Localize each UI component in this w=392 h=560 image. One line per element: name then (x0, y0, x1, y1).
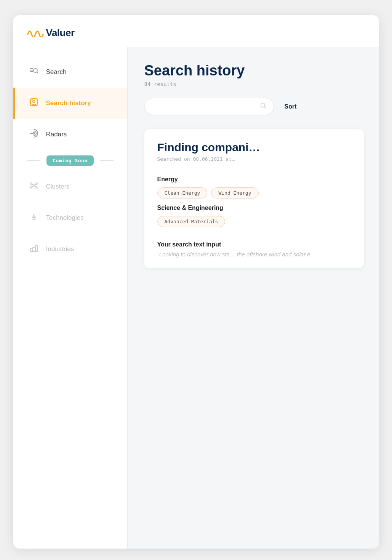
svg-line-17 (35, 184, 36, 185)
search-text-input-section: Your search text input "Looking to disco… (157, 241, 351, 258)
coming-soon-line-left (27, 160, 41, 161)
sidebar-item-radars-label: Radars (46, 131, 67, 138)
header: Valuer (13, 15, 379, 47)
svg-line-16 (32, 184, 33, 185)
card-main-title[interactable]: Finding compani… (157, 141, 351, 154)
search-history-nav-icon (29, 98, 39, 109)
logo-text: Valuer (46, 27, 75, 39)
svg-line-18 (32, 186, 33, 187)
card-divider-2 (157, 234, 351, 234)
category-science-engineering-label: Science & Engineering (157, 205, 351, 211)
science-tags-row: Advanced Materials (157, 216, 351, 227)
svg-rect-27 (35, 246, 37, 251)
tag-advanced-materials: Advanced Materials (157, 216, 226, 227)
sidebar-item-search-history[interactable]: Search history (13, 88, 127, 119)
results-count: 84 results (144, 81, 364, 87)
tag-wind-energy: Wind Energy (211, 187, 258, 198)
sidebar-item-industries: Industries (13, 234, 127, 265)
search-text-input-value: "Looking to discover how sta… the offsho… (157, 251, 351, 258)
coming-soon-badge: Coming Soon (46, 155, 94, 166)
svg-line-4 (37, 72, 38, 73)
search-text-input-section-title: Your search text input (157, 241, 351, 248)
category-energy-label: Energy (157, 176, 351, 183)
card-divider-1 (157, 169, 351, 169)
logo-wave-icon (27, 26, 44, 40)
app-container: Valuer Search (13, 15, 379, 549)
svg-rect-25 (30, 249, 32, 251)
sidebar-item-clusters-label: Clusters (46, 183, 70, 190)
search-box-icon (260, 102, 267, 111)
search-sort-row: Sort (144, 98, 364, 115)
svg-point-29 (261, 103, 265, 107)
radars-nav-icon (29, 129, 39, 140)
sidebar: Search Search history (13, 47, 128, 549)
coming-soon-row: Coming Soon (13, 150, 127, 171)
sidebar-item-technologies-label: Technologies (46, 214, 84, 222)
sidebar-item-search[interactable]: Search (13, 56, 127, 88)
technologies-nav-icon (29, 212, 39, 224)
tag-clean-energy: Clean Energy (157, 187, 208, 198)
coming-soon-line-right (100, 160, 114, 161)
search-input[interactable] (152, 103, 260, 110)
sidebar-item-clusters: Clusters (13, 171, 127, 202)
svg-line-30 (264, 107, 266, 109)
sidebar-item-industries-label: Industries (46, 245, 74, 253)
category-science-engineering: Science & Engineering Advanced Materials (157, 205, 351, 227)
svg-rect-26 (33, 247, 35, 251)
page-title: Search history (144, 62, 364, 79)
industries-nav-icon (29, 243, 39, 255)
sidebar-item-radars[interactable]: Radars (13, 119, 127, 150)
clusters-nav-icon (29, 181, 39, 192)
sort-label[interactable]: Sort (285, 103, 297, 110)
logo: Valuer (27, 26, 75, 40)
search-box[interactable] (144, 98, 274, 115)
sidebar-item-search-history-label: Search history (46, 99, 91, 107)
card-subtitle: Searched on 08.06.2021 at… (157, 156, 351, 162)
sidebar-bottom-divider (13, 268, 127, 268)
svg-line-19 (35, 186, 36, 187)
category-energy: Energy Clean Energy Wind Energy (157, 176, 351, 198)
main-body: Search Search history (13, 47, 379, 549)
main-content: Search history 84 results Sort Fin (128, 47, 379, 549)
energy-tags-row: Clean Energy Wind Energy (157, 187, 351, 198)
search-result-card: Finding compani… Searched on 08.06.2021 … (144, 129, 364, 268)
sidebar-item-technologies: Technologies (13, 202, 127, 234)
search-nav-icon (29, 66, 39, 78)
sidebar-item-search-label: Search (46, 68, 67, 76)
svg-point-6 (33, 100, 35, 102)
